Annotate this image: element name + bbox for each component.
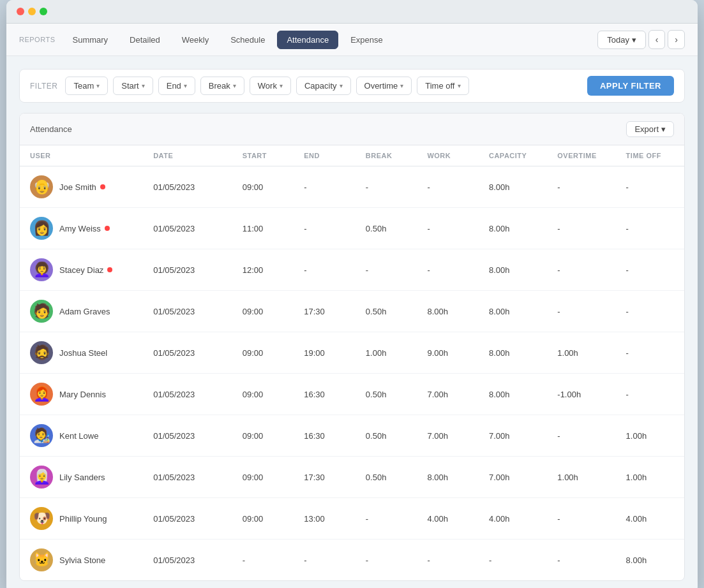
chevron-down-icon: ▾ [142,82,145,89]
filter-time-off[interactable]: Time off ▾ [417,77,468,95]
cell-break: - [356,540,417,581]
attendance-table: USER DATE START END BREAK WORK CAPACITY … [20,145,684,580]
user-name: Mary Dennis [59,390,106,399]
minimize-button[interactable] [28,8,36,15]
cell-capacity: - [479,540,547,581]
cell-break: 0.50h [356,208,417,249]
cell-overtime: - [547,208,615,249]
cell-break: 0.50h [356,415,417,457]
user-name-wrap: Kent Lowe [59,431,98,441]
col-header-capacity: CAPACITY [479,145,547,166]
user-name: Sylvia Stone [59,555,105,565]
table-row[interactable]: 🧑 Adam Graves 01/05/2023 09:00 17:30 0.5… [20,291,684,332]
table-row[interactable]: 👩‍🦱 Stacey Diaz 01/05/2023 12:00 - - - 8… [20,249,684,291]
chevron-down-icon: ▾ [400,82,403,89]
chevron-down-icon: ▾ [233,82,236,89]
user-name: Joshua Steel [59,348,107,358]
col-header-time-off: TIME OFF [616,145,684,166]
cell-end: 17:30 [294,457,356,498]
cell-overtime: - [547,540,615,581]
date-navigation: Today ▾ ‹ › [597,30,685,49]
maximize-button[interactable] [40,8,47,15]
export-button[interactable]: Export ▾ [626,121,674,137]
table-row[interactable]: 👴 Joe Smith 01/05/2023 09:00 - - - 8.00h… [20,166,684,208]
table-row[interactable]: 🐱 Sylvia Stone 01/05/2023 - - - - - - 8.… [20,540,684,581]
col-header-user: USER [20,145,143,166]
avatar: 🐶 [30,507,53,530]
table-row[interactable]: 🧑‍🎨 Kent Lowe 01/05/2023 09:00 16:30 0.5… [20,415,684,457]
cell-date: 01/05/2023 [143,457,232,498]
nav-bar: REPORTS Summary Detailed Weekly Schedule… [6,24,698,56]
section-label: Attendance [30,124,72,134]
avatar: 🧔 [30,341,53,364]
cell-work: - [417,249,479,291]
filter-work[interactable]: Work ▾ [250,77,291,95]
next-date-button[interactable]: › [668,30,685,49]
cell-break: - [356,249,417,291]
cell-capacity: 8.00h [479,332,547,374]
main-content: FILTER Team ▾ Start ▾ End ▾ Break ▾ Work… [6,56,698,588]
user-name: Lily Sanders [59,473,105,482]
cell-time-off: 8.00h [616,540,684,581]
avatar: 👩‍🦱 [30,258,53,281]
cell-overtime: -1.00h [547,374,615,415]
cell-work: 9.00h [417,332,479,374]
table-row[interactable]: 👩‍🦰 Mary Dennis 01/05/2023 09:00 16:30 0… [20,374,684,415]
tab-summary[interactable]: Summary [63,31,117,49]
cell-work: 7.00h [417,415,479,457]
cell-date: 01/05/2023 [143,332,232,374]
cell-break: 0.50h [356,291,417,332]
col-header-end: END [294,145,356,166]
cell-start: 09:00 [232,291,294,332]
cell-end: 17:30 [294,291,356,332]
col-header-start: START [232,145,294,166]
table-row[interactable]: 🧔 Joshua Steel 01/05/2023 09:00 19:00 1.… [20,332,684,374]
table-row[interactable]: 👩‍🦳 Lily Sanders 01/05/2023 09:00 17:30 … [20,457,684,498]
cell-capacity: 8.00h [479,166,547,208]
cell-overtime: 1.00h [547,457,615,498]
chevron-down-icon: ▾ [661,124,666,134]
attendance-table-container: Attendance Export ▾ USER DATE START END … [19,113,685,581]
cell-end: - [294,208,356,249]
prev-date-button[interactable]: ‹ [648,30,666,49]
avatar: 👩‍🦰 [30,383,53,406]
filter-overtime[interactable]: Overtime ▾ [356,77,412,95]
user-name-wrap: Stacey Diaz [59,265,112,275]
avatar: 👴 [30,175,53,198]
cell-work: 7.00h [417,374,479,415]
cell-overtime: - [547,166,615,208]
cell-date: 01/05/2023 [143,540,232,581]
cell-capacity: 8.00h [479,249,547,291]
apply-filter-button[interactable]: APPLY FILTER [587,76,674,96]
tab-attendance[interactable]: Attendance [277,31,338,49]
filter-end[interactable]: End ▾ [158,77,195,95]
tab-expense[interactable]: Expense [341,31,393,49]
cell-overtime: - [547,415,615,457]
tab-detailed[interactable]: Detailed [120,31,170,49]
filter-capacity[interactable]: Capacity ▾ [296,77,351,95]
cell-start: 09:00 [232,166,294,208]
cell-time-off: - [616,166,684,208]
filter-break[interactable]: Break ▾ [200,77,244,95]
cell-start: - [232,540,294,581]
reports-label: REPORTS [19,36,55,43]
cell-end: 16:30 [294,374,356,415]
cell-break: - [356,498,417,540]
tab-schedule[interactable]: Schedule [221,31,274,49]
tab-weekly[interactable]: Weekly [172,31,218,49]
table-row[interactable]: 👩 Amy Weiss 01/05/2023 11:00 - 0.50h - 8… [20,208,684,249]
cell-end: - [294,166,356,208]
close-button[interactable] [17,8,24,15]
date-selector[interactable]: Today ▾ [597,31,645,49]
user-name: Amy Weiss [59,224,101,233]
avatar: 🐱 [30,548,53,571]
cell-work: 4.00h [417,498,479,540]
chevron-down-icon: ▾ [184,82,187,89]
col-header-break: BREAK [356,145,417,166]
user-name-wrap: Joshua Steel [59,348,107,358]
filter-start[interactable]: Start ▾ [113,77,153,95]
filter-team[interactable]: Team ▾ [65,77,108,95]
cell-end: 19:00 [294,332,356,374]
table-row[interactable]: 🐶 Phillip Young 01/05/2023 09:00 13:00 -… [20,498,684,540]
chevron-down-icon: ▾ [96,82,100,89]
